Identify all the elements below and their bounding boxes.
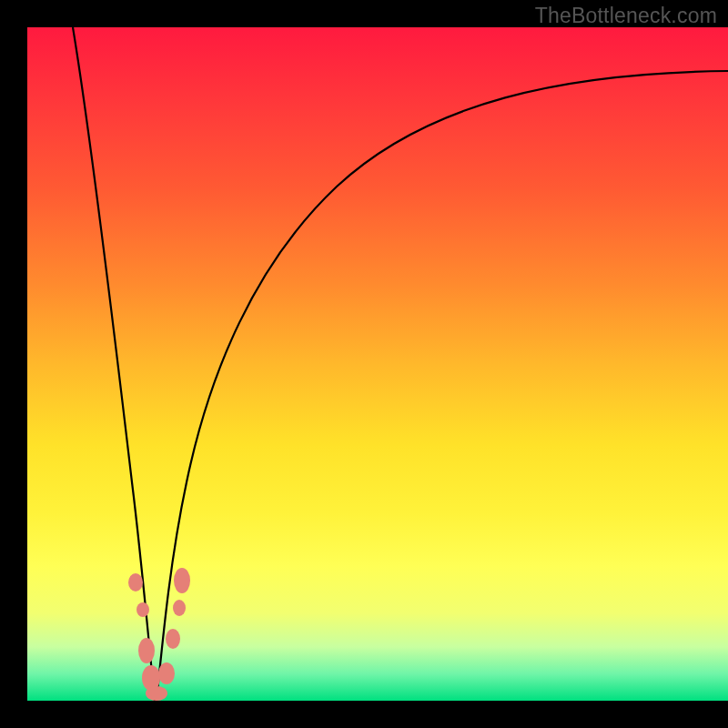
svg-point-8 <box>173 600 186 616</box>
curve-layer <box>27 27 728 701</box>
svg-point-2 <box>138 638 155 663</box>
svg-point-4 <box>146 686 167 701</box>
watermark-text: TheBottleneck.com <box>535 4 717 28</box>
svg-point-5 <box>158 662 175 684</box>
left-branch-curve <box>73 27 155 701</box>
plot-area <box>27 27 728 701</box>
svg-point-1 <box>136 602 149 617</box>
svg-point-6 <box>166 629 180 649</box>
svg-point-7 <box>174 568 190 593</box>
right-branch-curve <box>157 71 728 701</box>
svg-point-0 <box>128 573 143 592</box>
valley-markers <box>128 568 190 701</box>
chart-stage: TheBottleneck.com <box>0 0 728 728</box>
